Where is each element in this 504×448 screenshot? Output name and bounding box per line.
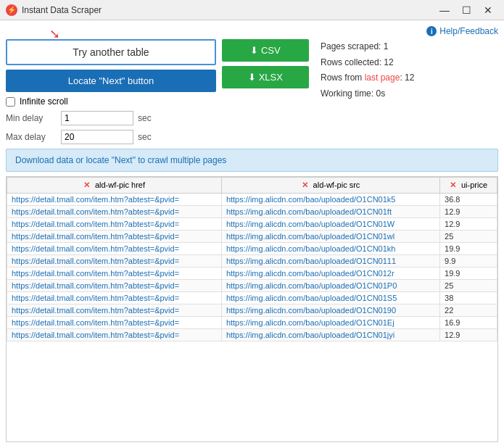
cell-src: https://img.alicdn.com/bao/uploaded/O1CN… — [221, 280, 439, 292]
close-col-price-icon[interactable]: ✕ — [450, 181, 456, 189]
cell-price: 25 — [440, 231, 497, 243]
cell-price: 19.9 — [440, 267, 497, 280]
cell-href: https://detail.tmall.com/item.htm?abtest… — [7, 329, 222, 341]
cell-price: 12.9 — [440, 206, 497, 218]
cell-src: https://img.alicdn.com/bao/uploaded/O1CN… — [221, 292, 439, 304]
download-controls: ⬇ CSV ⬇ XLSX — [222, 39, 309, 88]
pages-scraped: Pages scraped: 1 — [321, 39, 498, 55]
table-row: https://detail.tmall.com/item.htm?abtest… — [7, 194, 497, 206]
infinite-scroll-checkbox[interactable] — [6, 97, 15, 107]
col-header-href: ✕ ald-wf-pic href — [7, 178, 222, 194]
cell-href: https://detail.tmall.com/item.htm?abtest… — [7, 206, 222, 218]
table-row: https://detail.tmall.com/item.htm?abtest… — [7, 329, 497, 341]
cell-src: https://img.alicdn.com/bao/uploaded/O1CN… — [221, 317, 439, 329]
table-body: https://detail.tmall.com/item.htm?abtest… — [7, 194, 497, 341]
cell-src: https://img.alicdn.com/bao/uploaded/O1CN… — [221, 304, 439, 317]
table-header: ✕ ald-wf-pic href ✕ ald-wf-pic src ✕ ui-… — [7, 178, 497, 194]
csv-button[interactable]: ⬇ CSV — [222, 39, 309, 62]
cell-href: https://detail.tmall.com/item.htm?abtest… — [7, 231, 222, 243]
cell-price: 22 — [440, 304, 497, 317]
max-delay-label: Max delay — [6, 132, 57, 142]
table-row: https://detail.tmall.com/item.htm?abtest… — [7, 317, 497, 329]
min-delay-unit: sec — [138, 113, 152, 123]
try-another-wrapper: ➘ Try another table — [6, 39, 216, 65]
cell-src: https://img.alicdn.com/bao/uploaded/O1CN… — [221, 243, 439, 255]
cell-href: https://detail.tmall.com/item.htm?abtest… — [7, 218, 222, 231]
left-controls: ➘ Try another table Locate "Next" button… — [6, 39, 216, 144]
help-link[interactable]: i Help/Feedback — [426, 26, 498, 36]
title-bar: ⚡ Instant Data Scraper — ☐ ✕ — [0, 0, 504, 20]
arrow-indicator: ➘ — [49, 26, 60, 42]
info-icon: i — [426, 26, 437, 36]
table-row: https://detail.tmall.com/item.htm?abtest… — [7, 218, 497, 231]
table-row: https://detail.tmall.com/item.htm?abtest… — [7, 292, 497, 304]
max-delay-input[interactable] — [61, 130, 133, 144]
col-header-src: ✕ ald-wf-pic src — [221, 178, 439, 194]
rows-last-page: Rows from last page: 12 — [321, 70, 498, 86]
cell-href: https://detail.tmall.com/item.htm?abtest… — [7, 317, 222, 329]
cell-price: 19.9 — [440, 243, 497, 255]
cell-src: https://img.alicdn.com/bao/uploaded/O1CN… — [221, 206, 439, 218]
data-table: ✕ ald-wf-pic href ✕ ald-wf-pic src ✕ ui-… — [7, 177, 497, 341]
cell-src: https://img.alicdn.com/bao/uploaded/O1CN… — [221, 255, 439, 267]
rows-collected: Rows collected: 12 — [321, 55, 498, 71]
cell-price: 9.9 — [440, 255, 497, 267]
table-row: https://detail.tmall.com/item.htm?abtest… — [7, 280, 497, 292]
cell-href: https://detail.tmall.com/item.htm?abtest… — [7, 267, 222, 280]
main-content: i Help/Feedback ➘ Try another table Loca… — [0, 20, 504, 448]
minimize-button[interactable]: — — [434, 3, 455, 17]
table-row: https://detail.tmall.com/item.htm?abtest… — [7, 255, 497, 267]
table-row: https://detail.tmall.com/item.htm?abtest… — [7, 206, 497, 218]
cell-price: 38 — [440, 292, 497, 304]
col-label-href: ald-wf-pic href — [95, 181, 145, 189]
cell-href: https://detail.tmall.com/item.htm?abtest… — [7, 255, 222, 267]
working-time: Working time: 0s — [321, 86, 498, 102]
header-row: ✕ ald-wf-pic href ✕ ald-wf-pic src ✕ ui-… — [7, 178, 497, 194]
app-icon: ⚡ — [6, 4, 17, 16]
xlsx-button[interactable]: ⬇ XLSX — [222, 66, 309, 88]
table-row: https://detail.tmall.com/item.htm?abtest… — [7, 231, 497, 243]
col-header-price: ✕ ui-price — [440, 178, 497, 194]
table-row: https://detail.tmall.com/item.htm?abtest… — [7, 304, 497, 317]
close-col-href-icon[interactable]: ✕ — [83, 181, 90, 189]
min-delay-input[interactable] — [61, 111, 133, 125]
close-button[interactable]: ✕ — [478, 3, 498, 17]
cell-href: https://detail.tmall.com/item.htm?abtest… — [7, 280, 222, 292]
info-banner: Download data or locate "Next" to crawl … — [6, 149, 498, 172]
cell-price: 36.8 — [440, 194, 497, 206]
cell-href: https://detail.tmall.com/item.htm?abtest… — [7, 243, 222, 255]
try-another-button[interactable]: Try another table — [6, 39, 216, 65]
close-col-src-icon[interactable]: ✕ — [302, 181, 308, 189]
cell-price: 12.9 — [440, 218, 497, 231]
title-bar-left: ⚡ Instant Data Scraper — [6, 4, 102, 16]
data-table-container[interactable]: ✕ ald-wf-pic href ✕ ald-wf-pic src ✕ ui-… — [6, 176, 498, 442]
max-delay-unit: sec — [138, 132, 152, 142]
stats-panel: Pages scraped: 1 Rows collected: 12 Rows… — [315, 39, 498, 101]
cell-href: https://detail.tmall.com/item.htm?abtest… — [7, 304, 222, 317]
maximize-button[interactable]: ☐ — [456, 3, 476, 17]
infinite-scroll-label: Infinite scroll — [20, 96, 68, 107]
cell-src: https://img.alicdn.com/bao/uploaded/O1CN… — [221, 329, 439, 341]
help-text: Help/Feedback — [439, 26, 498, 36]
col-label-src: ald-wf-pic src — [313, 181, 360, 189]
window-controls: — ☐ ✕ — [434, 3, 498, 17]
last-page-highlight: last page — [365, 72, 400, 83]
cell-price: 12.9 — [440, 329, 497, 341]
banner-text: Download data or locate "Next" to crawl … — [15, 155, 226, 165]
top-row: ➘ Try another table Locate "Next" button… — [6, 39, 498, 144]
infinite-scroll-row: Infinite scroll — [6, 96, 216, 107]
app-title: Instant Data Scraper — [22, 5, 102, 15]
locate-next-button[interactable]: Locate "Next" button — [6, 70, 216, 92]
min-delay-label: Min delay — [6, 113, 57, 123]
table-row: https://detail.tmall.com/item.htm?abtest… — [7, 243, 497, 255]
cell-price: 25 — [440, 280, 497, 292]
help-row: i Help/Feedback — [6, 26, 498, 36]
cell-href: https://detail.tmall.com/item.htm?abtest… — [7, 292, 222, 304]
min-delay-row: Min delay sec — [6, 111, 216, 125]
cell-src: https://img.alicdn.com/bao/uploaded/O1CN… — [221, 231, 439, 243]
table-row: https://detail.tmall.com/item.htm?abtest… — [7, 267, 497, 280]
max-delay-row: Max delay sec — [6, 130, 216, 144]
cell-src: https://img.alicdn.com/bao/uploaded/O1CN… — [221, 267, 439, 280]
col-label-price: ui-price — [461, 181, 487, 189]
cell-src: https://img.alicdn.com/bao/uploaded/O1CN… — [221, 218, 439, 231]
